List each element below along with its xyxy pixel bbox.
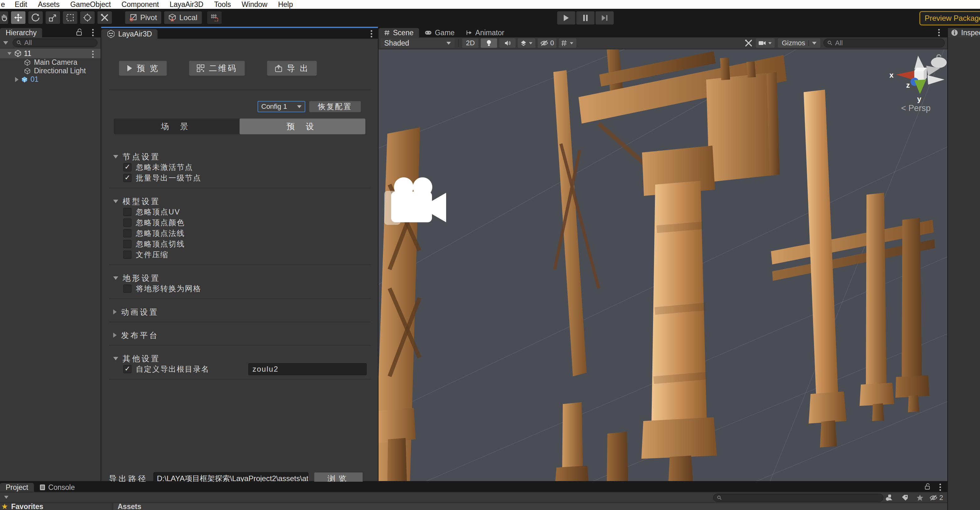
tab-console[interactable]: Console [34,483,81,492]
local-toggle-button[interactable]: Local [164,11,202,24]
scale-tool-icon[interactable] [46,11,60,24]
hierarchy-row-main-camera[interactable]: Main Camera [0,58,100,67]
section-animation-settings[interactable]: 动画设置 [109,306,371,317]
scene-grid-dropdown[interactable] [559,38,576,48]
grid-snap-icon[interactable] [207,11,222,24]
scene-search-input[interactable]: All [823,39,945,48]
tab-scene-mode[interactable]: 场 景 [114,118,240,134]
hierarchy-row-prefab-01[interactable]: 01 [0,75,100,84]
custom-tool-icon[interactable] [97,11,112,24]
project-search-input[interactable] [713,494,883,502]
section-terrain-settings[interactable]: 地形设置 [109,273,371,283]
hierarchy-row-directional-light[interactable]: Directional Light [0,67,100,75]
export-button[interactable]: 导 出 [267,61,317,76]
rect-tool-icon[interactable] [63,11,77,24]
tab-animator[interactable]: Animator [460,28,510,37]
menu-window[interactable]: Window [236,0,273,9]
lock-icon[interactable] [76,29,83,35]
menu-help[interactable]: Help [273,0,298,9]
config-dropdown[interactable]: Config 1 [258,101,305,112]
menu-component[interactable]: Component [116,0,164,9]
checkbox-checked[interactable] [123,365,131,373]
axis-x-cone[interactable] [896,71,914,80]
qrcode-button[interactable]: 二维码 [189,61,245,76]
menu-assets[interactable]: Assets [32,0,65,9]
scene-menu-icon[interactable] [938,29,940,36]
assets-column-header[interactable]: Assets [113,503,947,510]
menu-gameobject[interactable]: GameObject [65,0,116,9]
tab-preset-mode[interactable]: 预 设 [240,118,365,134]
checkbox-unchecked[interactable] [123,285,131,293]
hierarchy-menu-icon[interactable] [92,29,94,36]
option-terrain-to-mesh[interactable]: 将地形转换为网格 [109,283,371,294]
restore-config-button[interactable]: 恢复配置 [309,101,361,112]
section-node-settings[interactable]: 节点设置 [109,151,371,162]
preview-button[interactable]: 预 览 [119,61,167,76]
hierarchy-row-scene[interactable]: 11 [0,49,100,58]
tab-game[interactable]: Game [419,28,460,37]
scene-audio-toggle[interactable] [499,38,515,48]
hand-tool-icon[interactable] [0,11,8,24]
option-file-compression[interactable]: 文件压缩 [109,249,371,260]
gizmos-dropdown[interactable]: Gizmos [778,38,820,48]
step-button[interactable] [595,11,614,24]
scene-viewport[interactable]: x z y < Persp [379,49,947,481]
tab-inspector[interactable]: Inspec [948,28,980,37]
project-menu-icon[interactable] [939,484,941,491]
shading-mode-dropdown[interactable]: Shaded [380,38,455,48]
scene-camera-dropdown[interactable] [756,38,775,48]
pause-button[interactable] [576,11,595,24]
scene-effects-dropdown[interactable] [518,38,535,48]
checkbox-unchecked[interactable] [123,229,131,237]
checkbox-unchecked[interactable] [123,240,131,248]
option-ignore-vertex-color[interactable]: 忽略顶点颜色 [109,217,371,228]
scene-lighting-toggle[interactable] [481,38,497,48]
checkbox-unchecked[interactable] [123,250,131,259]
section-publish-platform[interactable]: 发布平台 [109,330,371,341]
projection-label[interactable]: < Persp [901,104,931,113]
option-ignore-vertex-normal[interactable]: 忽略顶点法线 [109,228,371,239]
menu-file[interactable]: e [0,0,10,9]
hierarchy-expander-icon[interactable] [3,41,8,45]
transform-tool-icon[interactable] [80,11,95,24]
axis-y-cone[interactable] [914,80,926,94]
move-tool-icon[interactable] [11,11,25,24]
checkbox-unchecked[interactable] [123,208,131,216]
lock-icon[interactable] [925,483,930,489]
menu-edit[interactable]: Edit [10,0,33,9]
option-batch-export-top-nodes[interactable]: 批量导出一级节点 [109,173,371,183]
rotate-tool-icon[interactable] [28,11,43,24]
scene-visibility-toggle[interactable]: 0 [538,38,557,48]
checkbox-checked[interactable] [123,174,131,182]
chevron-right-icon[interactable] [15,77,19,82]
chevron-down-icon[interactable] [8,52,12,55]
menu-layaair3d[interactable]: LayaAir3D [164,0,209,9]
create-menu-icon[interactable] [4,496,8,499]
axis-gizmo[interactable]: x z y < Persp [889,55,947,113]
hierarchy-search-input[interactable]: All [13,38,97,47]
section-model-settings[interactable]: 模型设置 [109,196,371,207]
favorites-filter-icon[interactable] [913,493,927,502]
2d-toggle-button[interactable]: 2D [462,38,479,48]
tab-scene[interactable]: Scene [379,28,419,37]
section-other-settings[interactable]: 其他设置 [109,353,371,364]
checkbox-unchecked[interactable] [123,218,131,227]
play-button[interactable] [557,11,575,24]
filter-by-type-icon[interactable] [882,493,896,502]
tab-hierarchy[interactable]: Hierarchy [0,28,42,37]
filter-by-label-icon[interactable] [898,493,912,502]
layaair3d-menu-icon[interactable] [371,30,372,37]
scene-row-menu-icon[interactable] [92,51,94,58]
checkbox-checked[interactable] [123,163,131,171]
tab-layaair3d[interactable]: LayaAir3D [101,29,158,39]
menu-tools[interactable]: Tools [209,0,236,9]
hidden-count-toggle[interactable]: 2 [927,493,946,502]
tab-project[interactable]: Project [0,483,34,492]
preview-packages-banner[interactable]: Preview Packages in U [919,11,980,26]
option-custom-export-root[interactable]: 自定义导出根目录名 zoulu2 [109,364,371,375]
pivot-toggle-button[interactable]: Pivot [125,11,161,24]
option-ignore-vertex-tangent[interactable]: 忽略顶点切线 [109,239,371,249]
favorites-section[interactable]: ★ Favorites [0,503,113,510]
scene-tools-icon[interactable] [745,39,752,47]
option-ignore-inactive-nodes[interactable]: 忽略未激活节点 [109,162,371,173]
